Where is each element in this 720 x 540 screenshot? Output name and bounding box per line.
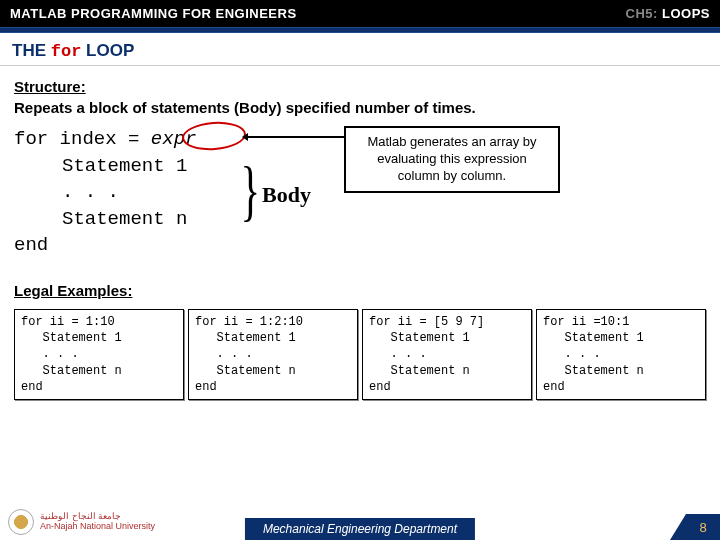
slide-title: THE for LOOP — [0, 33, 720, 66]
content-area: Structure: Repeats a block of statements… — [0, 66, 720, 400]
callout-box: Matlab generates an array by evaluating … — [344, 126, 560, 193]
example-box: for ii = 1:2:10 Statement 1 . . . Statem… — [188, 309, 358, 400]
code-line-4: Statement n — [14, 206, 196, 233]
structure-description: Repeats a block of statements (Body) spe… — [14, 99, 706, 116]
callout-line-3: column by column. — [354, 168, 550, 185]
title-the: THE — [12, 41, 51, 60]
code-line-3: . . . — [14, 179, 196, 206]
legal-examples-heading: Legal Examples: — [14, 282, 706, 299]
code-line-5: end — [14, 234, 48, 256]
chapter-text: LOOPS — [662, 6, 710, 21]
course-title: MATLAB PROGRAMMING FOR ENGINEERS — [10, 6, 297, 21]
title-loop: LOOP — [81, 41, 134, 60]
footer-left: جامعة النجاح الوطنية An-Najah National U… — [0, 509, 155, 535]
university-english: An-Najah National University — [40, 522, 155, 532]
chapter-label: CH5: LOOPS — [626, 6, 710, 21]
code-diagram: for index = expr Statement 1 . . . State… — [14, 126, 706, 276]
title-for: for — [51, 42, 82, 61]
chapter-prefix: CH5: — [626, 6, 658, 21]
brace-icon: } — [241, 156, 261, 224]
example-box: for ii = [5 9 7] Statement 1 . . . State… — [362, 309, 532, 400]
university-name: جامعة النجاح الوطنية An-Najah National U… — [40, 512, 155, 532]
example-box: for ii =10:1 Statement 1 . . . Statement… — [536, 309, 706, 400]
department-label: Mechanical Engineering Department — [245, 518, 475, 540]
page-number: 8 — [686, 514, 720, 540]
body-label: Body — [262, 182, 311, 208]
code-line-2: Statement 1 — [14, 153, 196, 180]
code-line-1a: for index = — [14, 128, 151, 150]
code-lines: for index = expr Statement 1 . . . State… — [14, 126, 196, 259]
university-logo-icon — [8, 509, 34, 535]
footer: جامعة النجاح الوطنية An-Najah National U… — [0, 504, 720, 540]
header-bar: MATLAB PROGRAMMING FOR ENGINEERS CH5: LO… — [0, 0, 720, 27]
callout-line-1: Matlab generates an array by — [354, 134, 550, 151]
example-box: for ii = 1:10 Statement 1 . . . Statemen… — [14, 309, 184, 400]
structure-heading: Structure: — [14, 78, 706, 95]
arrow-annotation — [244, 136, 344, 138]
examples-row: for ii = 1:10 Statement 1 . . . Statemen… — [14, 309, 706, 400]
callout-line-2: evaluating this expression — [354, 151, 550, 168]
